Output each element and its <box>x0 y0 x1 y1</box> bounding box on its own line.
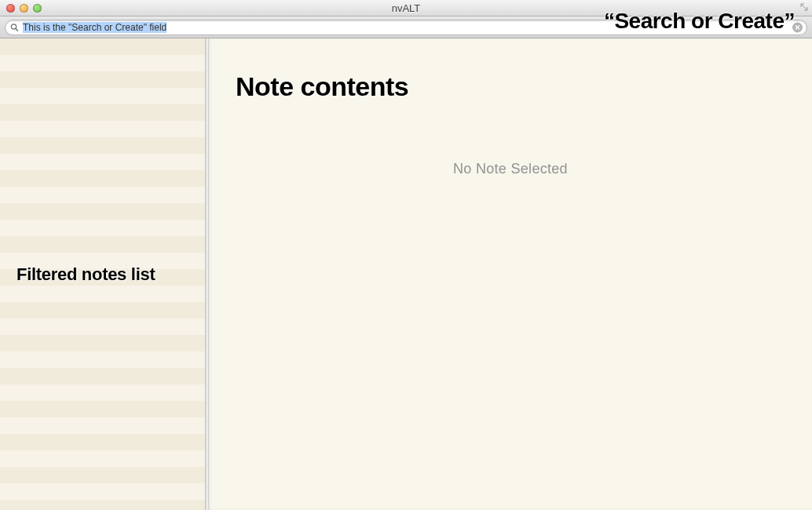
search-icon <box>10 23 19 31</box>
clear-search-icon[interactable] <box>792 22 803 32</box>
search-field-container <box>5 20 807 35</box>
toolbar <box>0 16 812 38</box>
window-title: nvALT <box>392 2 421 14</box>
minimize-window-button[interactable] <box>20 4 28 13</box>
svg-point-0 <box>11 24 16 28</box>
close-window-button[interactable] <box>6 4 15 13</box>
fullscreen-icon[interactable] <box>799 2 809 13</box>
empty-state-text: No Note Selected <box>209 161 812 177</box>
window-titlebar: nvALT <box>0 0 812 16</box>
traffic-lights <box>6 4 42 13</box>
content-area: No Note Selected <box>0 38 812 510</box>
notes-list-sidebar[interactable] <box>0 38 205 510</box>
zoom-window-button[interactable] <box>33 4 42 13</box>
svg-line-1 <box>16 28 18 31</box>
note-content-pane[interactable]: No Note Selected <box>209 38 812 510</box>
search-or-create-input[interactable] <box>23 20 789 35</box>
notes-list-background <box>0 38 205 510</box>
